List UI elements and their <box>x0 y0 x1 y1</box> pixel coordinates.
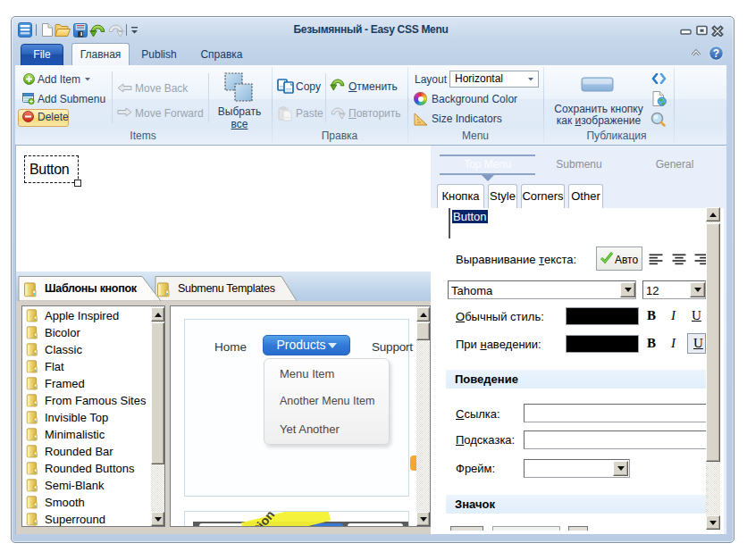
svg-text:?: ? <box>713 47 719 60</box>
